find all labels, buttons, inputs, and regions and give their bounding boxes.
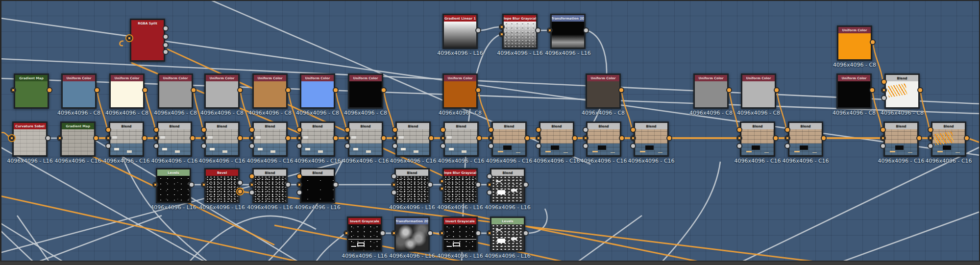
graph-node-blend[interactable]: Blend [300,121,335,157]
input-connector[interactable] [296,182,302,188]
output-connector[interactable] [524,135,530,141]
node-header[interactable]: Blend [301,123,334,129]
node-header[interactable]: Slope Blur Grayscale [444,169,476,176]
input-connector[interactable] [105,143,111,149]
graph-node-uniform-color[interactable]: Uniform Color [158,73,193,109]
output-connector[interactable] [773,135,779,141]
graph-node-rgba-split[interactable]: RGBA Split [130,19,165,62]
output-connector[interactable] [916,135,922,141]
graph-node-invert-grayscale[interactable]: Invert Grayscale [347,217,382,252]
output-connector[interactable] [476,135,482,141]
input-connector[interactable] [880,135,886,141]
graph-node-levels[interactable]: Levels [156,168,191,203]
output-connector[interactable] [189,182,195,188]
input-connector[interactable] [499,31,505,37]
input-connector[interactable] [201,135,207,141]
input-connector[interactable] [392,135,398,141]
input-connector[interactable] [249,135,255,141]
input-connector[interactable] [126,35,132,41]
input-connector[interactable] [153,127,159,133]
output-connector[interactable] [381,87,387,93]
output-connector[interactable] [475,27,481,33]
input-connector[interactable] [296,173,302,179]
graph-node-uniform-color[interactable]: Uniform Color [61,73,97,109]
node-header[interactable]: Uniform Color [695,75,727,81]
node-header[interactable]: Blend [158,123,191,129]
input-connector[interactable] [881,87,887,93]
input-connector[interactable] [249,143,255,149]
node-header[interactable]: Blend [254,169,286,176]
node-header[interactable]: Gradient Linear 1 [444,15,476,22]
input-connector[interactable] [784,135,790,141]
output-connector[interactable] [142,135,147,141]
output-connector[interactable] [237,189,243,194]
output-connector[interactable] [94,87,100,93]
graph-node-uniform-color[interactable]: Uniform Color [837,25,872,61]
node-header[interactable]: Blend [885,123,917,129]
node-header[interactable]: RGBA Split [131,20,164,26]
input-connector[interactable] [488,127,494,133]
output-connector[interactable] [163,42,169,48]
input-connector[interactable] [296,127,302,133]
input-connector[interactable] [928,127,933,133]
node-header[interactable]: Blend [491,169,524,176]
output-connector[interactable] [427,230,433,236]
input-connector[interactable] [57,135,63,141]
graph-node-blend[interactable]: Blend [586,121,621,157]
output-connector[interactable] [190,135,196,141]
input-connector[interactable] [630,135,636,141]
output-connector[interactable] [47,87,52,93]
graph-node-blend[interactable]: Blend [300,168,335,203]
graph-node-transformation-2d[interactable]: Transformation 2D [550,14,586,49]
output-connector[interactable] [917,87,923,93]
node-header[interactable]: Uniform Color [742,75,775,81]
graph-node-uniform-color[interactable]: Uniform Color [741,73,776,109]
input-connector[interactable] [630,127,636,133]
input-connector[interactable] [439,186,445,192]
graph-node-blend[interactable]: Blend [634,121,669,157]
input-connector[interactable] [487,190,492,195]
output-connector[interactable] [380,230,386,236]
input-connector[interactable] [249,190,255,195]
output-connector[interactable] [869,87,875,93]
input-connector[interactable] [296,143,302,149]
node-header[interactable]: Blend [588,123,620,129]
output-connector[interactable] [774,87,780,93]
output-connector[interactable] [870,39,876,45]
output-connector[interactable] [163,25,169,31]
input-connector[interactable] [152,182,158,188]
input-connector[interactable] [440,143,446,149]
output-connector[interactable] [572,135,578,141]
node-header[interactable]: Blend [932,123,965,129]
node-header[interactable]: Uniform Color [159,75,192,81]
node-header[interactable]: Uniform Color [301,75,334,81]
input-connector[interactable] [344,143,350,149]
input-connector[interactable] [784,143,790,149]
input-connector[interactable] [583,143,588,149]
output-connector[interactable] [163,49,169,55]
node-header[interactable]: Uniform Color [444,75,476,81]
output-connector[interactable] [142,87,148,93]
input-connector[interactable] [583,127,588,133]
input-connector[interactable] [439,178,445,184]
graph-node-levels[interactable]: Levels [490,217,525,252]
input-connector[interactable] [249,127,255,133]
node-header[interactable]: Transformation 2D [396,218,428,224]
output-connector[interactable] [333,87,339,93]
input-connector[interactable] [487,230,492,236]
graph-node-uniform-color[interactable]: Uniform Color [442,73,478,109]
node-header[interactable]: Blend [206,123,238,129]
input-connector[interactable] [296,190,302,195]
graph-node-uniform-color[interactable]: Uniform Color [204,73,240,109]
input-connector[interactable] [440,127,446,133]
input-connector[interactable] [881,79,887,85]
graph-node-uniform-color[interactable]: Uniform Color [252,73,288,109]
input-connector[interactable] [736,135,742,141]
output-connector[interactable] [191,87,196,93]
input-connector[interactable] [487,173,492,179]
output-connector[interactable] [285,135,291,141]
graph-node-blend[interactable]: Blend [788,121,823,157]
graph-node-gradient-linear-1[interactable]: Gradient Linear 1 [442,14,478,49]
input-connector[interactable] [391,173,397,179]
node-header[interactable]: Invert Grayscale [444,218,476,224]
